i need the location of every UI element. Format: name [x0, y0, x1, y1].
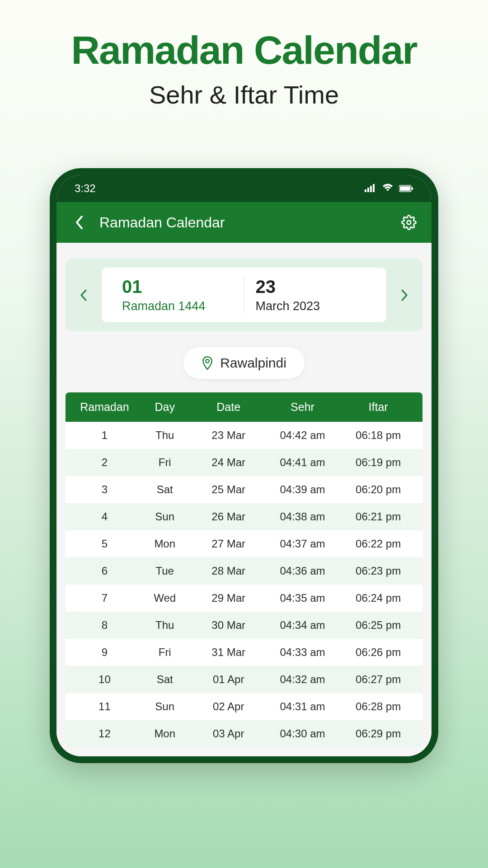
cell-ramadan: 7 [72, 592, 137, 604]
cell-iftar: 06:26 pm [340, 646, 416, 659]
cell-day: Mon [137, 727, 192, 740]
gregorian-day: 23 [256, 277, 366, 297]
phone-frame: 3:32 [50, 168, 438, 763]
hijri-day: 01 [122, 277, 233, 297]
cell-sehr: 04:33 am [265, 646, 341, 659]
chevron-left-icon [80, 289, 87, 302]
settings-button[interactable] [400, 215, 418, 230]
cell-date: 28 Mar [192, 565, 265, 577]
gregorian-date: 23 March 2023 [249, 277, 373, 313]
svg-rect-1 [367, 188, 369, 192]
cell-iftar: 06:25 pm [340, 619, 416, 632]
cell-sehr: 04:34 am [265, 619, 341, 632]
svg-rect-3 [373, 184, 375, 192]
gregorian-month: March 2023 [256, 299, 366, 313]
cell-iftar: 06:20 pm [340, 483, 416, 496]
cell-sehr: 04:42 am [265, 429, 341, 442]
marketing-subtitle: Sehr & Iftar Time [0, 80, 488, 109]
cell-sehr: 04:31 am [265, 700, 341, 713]
marketing-header: Ramadan Calendar Sehr & Iftar Time [0, 0, 488, 127]
cell-sehr: 04:35 am [265, 592, 341, 604]
table-row: 9 Fri 31 Mar 04:33 am 06:26 pm [66, 639, 422, 666]
cell-day: Thu [137, 429, 192, 442]
cell-date: 29 Mar [192, 592, 265, 604]
header-ramadan: Ramadan [72, 401, 137, 414]
cell-day: Sat [137, 673, 192, 686]
status-time: 3:32 [75, 182, 96, 195]
table-row: 8 Thu 30 Mar 04:34 am 06:25 pm [66, 612, 422, 639]
location-text: Rawalpindi [220, 355, 286, 371]
cell-day: Fri [137, 456, 192, 469]
date-selector: 01 Ramadan 1444 23 March 2023 [66, 259, 422, 331]
table-row: 1 Thu 23 Mar 04:42 am 06:18 pm [66, 422, 422, 449]
cell-sehr: 04:41 am [265, 456, 341, 469]
table-header: Ramadan Day Date Sehr Iftar [66, 392, 422, 422]
signal-icon [365, 182, 376, 195]
cell-date: 02 Apr [192, 700, 265, 713]
cell-day: Thu [137, 619, 192, 632]
app-header: Ramadan Calendar [56, 202, 432, 243]
table-row: 2 Fri 24 Mar 04:41 am 06:19 pm [66, 449, 422, 476]
chevron-right-icon [401, 289, 408, 302]
date-divider [244, 277, 244, 313]
cell-iftar: 06:18 pm [340, 429, 416, 442]
cell-sehr: 04:37 am [265, 538, 341, 550]
cell-ramadan: 11 [72, 700, 137, 713]
cell-day: Mon [137, 538, 192, 550]
cell-sehr: 04:39 am [265, 483, 341, 496]
cell-date: 25 Mar [192, 483, 265, 496]
date-card: 01 Ramadan 1444 23 March 2023 [102, 268, 386, 322]
cell-date: 27 Mar [192, 538, 265, 550]
cell-sehr: 04:36 am [265, 565, 341, 577]
table-row: 3 Sat 25 Mar 04:39 am 06:20 pm [66, 476, 422, 503]
cell-ramadan: 8 [72, 619, 137, 632]
content-area: 01 Ramadan 1444 23 March 2023 [56, 243, 432, 756]
table-row: 6 Tue 28 Mar 04:36 am 06:23 pm [66, 557, 422, 585]
cell-sehr: 04:32 am [265, 673, 341, 686]
cell-iftar: 06:29 pm [340, 727, 416, 740]
cell-ramadan: 4 [72, 510, 137, 523]
cell-date: 26 Mar [192, 510, 265, 523]
prev-date-button[interactable] [75, 289, 93, 302]
next-date-button[interactable] [395, 289, 413, 302]
cell-date: 24 Mar [192, 456, 265, 469]
table-row: 7 Wed 29 Mar 04:35 am 06:24 pm [66, 585, 422, 612]
cell-iftar: 06:28 pm [340, 700, 416, 713]
cell-iftar: 06:19 pm [340, 456, 416, 469]
cell-iftar: 06:22 pm [340, 538, 416, 550]
chevron-left-icon [75, 215, 83, 230]
cell-day: Sun [137, 700, 192, 713]
cell-ramadan: 2 [72, 456, 137, 469]
cell-date: 03 Apr [192, 727, 265, 740]
battery-icon [399, 182, 413, 195]
cell-ramadan: 5 [72, 538, 137, 550]
cell-date: 23 Mar [192, 429, 265, 442]
table-row: 10 Sat 01 Apr 04:32 am 06:27 pm [66, 666, 422, 693]
svg-point-8 [206, 359, 209, 363]
svg-point-7 [407, 221, 411, 225]
cell-ramadan: 1 [72, 429, 137, 442]
status-bar: 3:32 [56, 175, 432, 202]
cell-day: Sun [137, 510, 192, 523]
table-row: 11 Sun 02 Apr 04:31 am 06:28 pm [66, 693, 422, 720]
status-icons [365, 182, 413, 195]
marketing-title: Ramadan Calendar [0, 27, 488, 73]
cell-day: Sat [137, 483, 192, 496]
hijri-date: 01 Ramadan 1444 [115, 277, 239, 313]
location-pin-icon [202, 356, 213, 370]
header-iftar: Iftar [340, 401, 416, 414]
app-title: Ramadan Calendar [99, 214, 400, 231]
cell-day: Tue [137, 565, 192, 577]
table-body: 1 Thu 23 Mar 04:42 am 06:18 pm 2 Fri 24 … [66, 422, 422, 747]
header-date: Date [192, 401, 265, 414]
cell-iftar: 06:24 pm [340, 592, 416, 604]
cell-iftar: 06:27 pm [340, 673, 416, 686]
table-row: 12 Mon 03 Apr 04:30 am 06:29 pm [66, 720, 422, 747]
cell-iftar: 06:21 pm [340, 510, 416, 523]
location-selector[interactable]: Rawalpindi [183, 347, 305, 379]
cell-iftar: 06:23 pm [340, 565, 416, 577]
back-button[interactable] [70, 215, 88, 230]
cell-ramadan: 6 [72, 565, 137, 577]
cell-sehr: 04:38 am [265, 510, 341, 523]
cell-date: 31 Mar [192, 646, 265, 659]
